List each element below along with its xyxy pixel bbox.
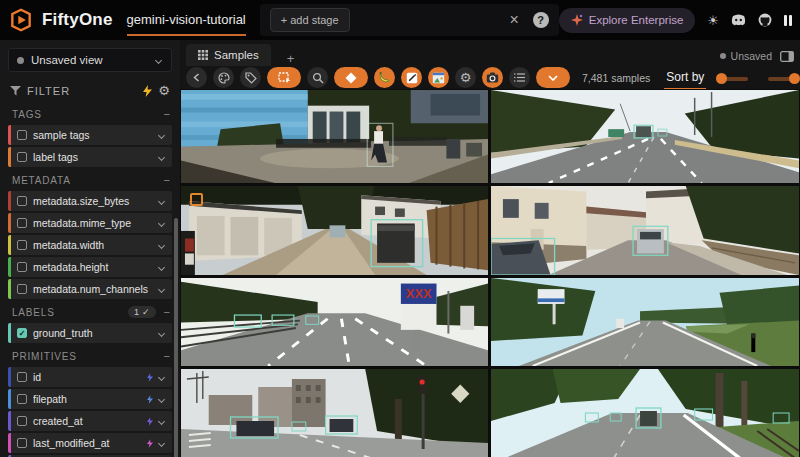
sample-tile-boulevard[interactable] xyxy=(491,369,799,457)
sidebar-field-created-at[interactable]: created_at xyxy=(8,411,172,431)
annotate-icon[interactable] xyxy=(401,67,422,88)
chevron-down-icon[interactable] xyxy=(158,197,165,204)
checkbox[interactable] xyxy=(17,438,27,448)
sidebar-field-num-channels[interactable]: metadata.num_channels xyxy=(8,279,172,299)
github-icon[interactable] xyxy=(758,13,772,27)
view-stage-bar[interactable]: + add stage × ? xyxy=(260,4,559,36)
app-name: FiftyOne xyxy=(42,10,113,30)
sample-tile-garages[interactable] xyxy=(181,186,488,275)
sample-tile-rural-road[interactable] xyxy=(491,278,799,366)
help-icon[interactable]: ? xyxy=(533,12,549,28)
tag-icon[interactable] xyxy=(240,67,261,88)
sample-tile-village-street[interactable] xyxy=(491,186,799,275)
chevron-down-icon[interactable] xyxy=(158,263,165,270)
sample-select-checkbox[interactable] xyxy=(190,193,203,206)
checkbox[interactable] xyxy=(17,218,27,228)
chevron-down-icon[interactable] xyxy=(158,219,165,226)
capture-icon[interactable] xyxy=(482,67,503,88)
settings-icon[interactable]: ⚙ xyxy=(455,67,476,88)
back-icon[interactable] xyxy=(186,67,207,88)
close-icon[interactable]: × xyxy=(509,11,518,29)
lightning-icon xyxy=(147,373,153,382)
spacing-slider[interactable] xyxy=(768,72,800,84)
checkbox[interactable] xyxy=(17,152,27,162)
chevron-down-icon[interactable] xyxy=(158,285,165,292)
sidebar-field-last-modified-at[interactable]: last_modified_at xyxy=(8,433,172,453)
add-stage-button[interactable]: + add stage xyxy=(270,8,350,32)
chevron-down-icon[interactable] xyxy=(158,395,165,402)
sample-tile-plaza-pedestrian[interactable] xyxy=(181,90,488,183)
sidebar: Unsaved view FILTER ⚙ TAGS − samp xyxy=(0,40,180,457)
sample-tile-intersection[interactable] xyxy=(181,369,488,457)
saved-view-selector[interactable]: Unsaved view xyxy=(8,48,172,72)
tab-samples[interactable]: Samples xyxy=(186,44,271,66)
operator-banana-icon[interactable] xyxy=(374,67,395,88)
collapse-icon[interactable]: − xyxy=(164,108,170,120)
checkbox[interactable] xyxy=(17,240,27,250)
gear-icon[interactable]: ⚙ xyxy=(158,84,170,97)
gallery-icon[interactable] xyxy=(428,67,449,88)
sidebar-field-ground-truth[interactable]: ✓ ground_truth xyxy=(8,323,172,343)
checkbox-checked[interactable]: ✓ xyxy=(17,328,27,338)
pause-icon[interactable] xyxy=(784,15,792,26)
checkbox[interactable] xyxy=(17,284,27,294)
chevron-down-icon[interactable] xyxy=(158,373,165,380)
search-icon[interactable] xyxy=(307,67,328,88)
section-metadata[interactable]: METADATA − xyxy=(0,169,180,189)
section-primitives[interactable]: PRIMITIVES − xyxy=(0,345,180,365)
sidebar-field-sample-tags[interactable]: sample tags xyxy=(8,125,172,145)
lightning-icon[interactable] xyxy=(143,85,152,97)
lightning-icon xyxy=(147,417,153,426)
section-tags[interactable]: TAGS − xyxy=(0,103,180,123)
chevron-down-icon[interactable] xyxy=(158,417,165,424)
fiftyone-logo[interactable] xyxy=(8,7,34,33)
panel-toggle-icon[interactable] xyxy=(780,51,794,62)
chevron-down-icon[interactable] xyxy=(158,131,165,138)
sidebar-field-mime-type[interactable]: metadata.mime_type xyxy=(8,213,172,233)
svg-text:XXX: XXX xyxy=(406,288,432,302)
fiftyone-app: FiftyOne gemini-vision-tutorial + add st… xyxy=(0,0,800,457)
sidebar-field-filepath[interactable]: filepath xyxy=(8,389,172,409)
explore-enterprise-label: Explore Enterprise xyxy=(589,14,684,26)
dataset-name[interactable]: gemini-vision-tutorial xyxy=(127,12,246,36)
unsaved-status: Unsaved xyxy=(720,50,772,62)
patches-icon[interactable] xyxy=(267,67,301,88)
checkbox[interactable] xyxy=(17,372,27,382)
operators-menu-icon[interactable] xyxy=(536,67,570,88)
chevron-down-icon[interactable] xyxy=(158,439,165,446)
explore-enterprise-button[interactable]: Explore Enterprise xyxy=(559,8,696,33)
section-labels[interactable]: LABELS 1 ✓ − xyxy=(0,301,180,321)
sample-tile-wide-road[interactable]: XXX xyxy=(181,278,488,366)
checkbox[interactable] xyxy=(17,196,27,206)
lightning-icon xyxy=(147,439,153,448)
view-selector-label: Unsaved view xyxy=(31,54,149,66)
lightning-icon xyxy=(147,395,153,404)
chevron-down-icon[interactable] xyxy=(158,153,165,160)
checkbox[interactable] xyxy=(17,262,27,272)
checkbox[interactable] xyxy=(17,394,27,404)
collapse-icon[interactable]: − xyxy=(164,306,170,318)
sample-tile-highway[interactable] xyxy=(491,90,799,183)
collapse-icon[interactable]: − xyxy=(164,350,170,362)
sidebar-field-size-bytes[interactable]: metadata.size_bytes xyxy=(8,191,172,211)
checkbox[interactable] xyxy=(17,416,27,426)
zoom-slider[interactable] xyxy=(716,72,748,84)
theme-toggle-icon[interactable]: ☀ xyxy=(707,13,719,28)
chevron-down-icon[interactable] xyxy=(158,241,165,248)
list-icon[interactable] xyxy=(509,67,530,88)
color-palette-icon[interactable] xyxy=(213,67,234,88)
sidebar-field-width[interactable]: metadata.width xyxy=(8,235,172,255)
sidebar-field-height[interactable]: metadata.height xyxy=(8,257,172,277)
sidebar-field-id[interactable]: id xyxy=(8,367,172,387)
sample-grid: XXX xyxy=(180,89,800,457)
collapse-icon[interactable]: − xyxy=(164,174,170,186)
funnel-icon xyxy=(10,86,21,96)
similarity-icon[interactable] xyxy=(334,67,368,88)
sort-by-button[interactable]: Sort by xyxy=(664,70,706,90)
new-tab-button[interactable]: + xyxy=(281,51,301,66)
chevron-down-icon[interactable] xyxy=(158,329,165,336)
discord-icon[interactable] xyxy=(731,14,746,26)
checkbox[interactable] xyxy=(17,130,27,140)
sidebar-field-label-tags[interactable]: label tags xyxy=(8,147,172,167)
sidebar-scrollbar[interactable] xyxy=(174,218,178,457)
